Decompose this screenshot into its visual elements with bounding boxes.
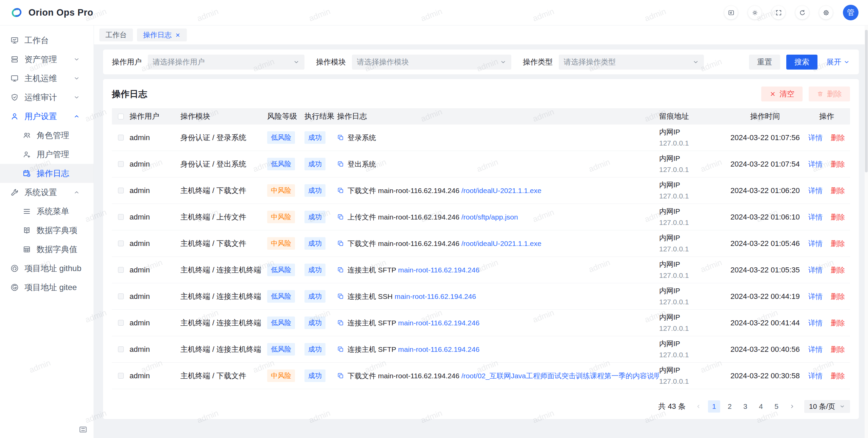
page-number-3[interactable]: 3 — [739, 400, 751, 413]
sidebar-item-assets[interactable]: 资产管理 — [0, 50, 94, 69]
copy-icon[interactable] — [337, 346, 344, 353]
page-number-4[interactable]: 4 — [755, 400, 767, 413]
row-delete-link[interactable]: 删除 — [831, 371, 845, 381]
sidebar-item-dict-keys[interactable]: 数据字典项 — [0, 221, 94, 240]
row-checkbox[interactable] — [118, 293, 124, 299]
brand[interactable]: Orion Ops Pro — [9, 5, 93, 20]
row-detail-link[interactable]: 详情 — [808, 133, 823, 142]
sidebar-item-operation-log[interactable]: 操作日志 — [0, 164, 94, 183]
copy-icon[interactable] — [337, 372, 344, 379]
prev-page-icon[interactable] — [692, 400, 705, 413]
row-delete-link[interactable]: 删除 — [831, 212, 845, 222]
sidebar-item-system-settings[interactable]: 系统设置 — [0, 183, 94, 202]
sidebar-item-github[interactable]: 项目地址 github — [0, 259, 94, 278]
page-number-5[interactable]: 5 — [770, 400, 783, 413]
cell-time: 2024-03-22 01:05:46 — [730, 239, 800, 248]
row-delete-link[interactable]: 删除 — [831, 265, 845, 275]
filter-fields: 操作用户请选择操作用户操作模块请选择操作模块操作类型请选择操作类型 — [112, 55, 704, 70]
row-delete-link[interactable]: 删除 — [831, 186, 845, 195]
addr-label: 内网IP — [659, 365, 727, 376]
page-size-select[interactable]: 10 条/页 — [804, 400, 850, 413]
row-detail-link[interactable]: 详情 — [808, 212, 823, 222]
row-checkbox[interactable] — [118, 161, 124, 167]
log-link[interactable]: main-root-116.62.194.246 — [398, 319, 479, 327]
page-number-2[interactable]: 2 — [724, 400, 736, 413]
row-checkbox[interactable] — [118, 320, 124, 326]
sidebar-item-user-settings[interactable]: 用户设置 — [0, 107, 94, 126]
expand-toggle[interactable]: 展开 — [826, 57, 850, 67]
avatar[interactable]: 管 — [843, 5, 859, 20]
sidebar-item-dict-values[interactable]: 数据字典值 — [0, 240, 94, 259]
refresh-button[interactable] — [795, 6, 809, 19]
copy-icon[interactable] — [337, 240, 344, 247]
settings-button[interactable] — [819, 6, 833, 19]
page-number-1[interactable]: 1 — [708, 400, 720, 413]
sidebar-item-user-management[interactable]: 用户管理 — [0, 145, 94, 164]
sidebar-item-role-management[interactable]: 角色管理 — [0, 126, 94, 145]
row-checkbox[interactable] — [118, 188, 124, 193]
log-link[interactable]: /root/02_互联网Java工程师面试突击训练课程第一季的内容说明.zip — [461, 372, 659, 380]
copy-icon[interactable] — [337, 213, 344, 221]
sidebar-item-system-menu[interactable]: 系统菜单 — [0, 202, 94, 221]
row-delete-link[interactable]: 删除 — [831, 159, 845, 169]
sidebar-item-host-ops[interactable]: 主机运维 — [0, 69, 94, 88]
copy-icon[interactable] — [337, 160, 344, 168]
log-text: 连接主机 SFTP main-root-116.62.194.246 — [348, 265, 479, 275]
row-detail-link[interactable]: 详情 — [808, 186, 823, 195]
code-button[interactable] — [724, 6, 738, 19]
select-placeholder: 请选择操作模块 — [357, 57, 500, 67]
log-link[interactable]: main-root-116.62.194.246 — [395, 292, 476, 300]
row-detail-link[interactable]: 详情 — [808, 159, 823, 169]
copy-icon[interactable] — [337, 266, 344, 273]
row-detail-link[interactable]: 详情 — [808, 239, 823, 248]
next-page-icon[interactable] — [786, 400, 798, 413]
clear-button[interactable]: 清空 — [761, 87, 803, 101]
delete-button[interactable]: 删除 — [809, 87, 850, 101]
risk-badge: 中风险 — [267, 369, 295, 382]
operation-type-select[interactable]: 请选择操作类型 — [559, 55, 704, 70]
collapse-sidebar-icon[interactable] — [78, 424, 88, 435]
copy-icon[interactable] — [337, 293, 344, 300]
tab-workbench[interactable]: 工作台 — [99, 28, 133, 41]
scrollbar-thumb[interactable] — [865, 30, 868, 172]
sidebar-item-gitee[interactable]: 项目地址 gitee — [0, 278, 94, 297]
operation-user-select[interactable]: 请选择操作用户 — [148, 55, 304, 70]
search-button[interactable]: 搜索 — [786, 55, 817, 70]
row-delete-link[interactable]: 删除 — [831, 292, 845, 301]
row-detail-link[interactable]: 详情 — [808, 318, 823, 328]
row-detail-link[interactable]: 详情 — [808, 345, 823, 354]
close-tab-icon[interactable] — [175, 32, 181, 38]
cell-module: 主机终端 / 连接主机终端 — [180, 318, 267, 328]
reset-button[interactable]: 重置 — [749, 55, 780, 70]
row-checkbox[interactable] — [118, 346, 124, 352]
row-detail-link[interactable]: 详情 — [808, 371, 823, 381]
row-delete-link[interactable]: 删除 — [831, 133, 845, 142]
log-link[interactable]: main-root-116.62.194.246 — [398, 266, 479, 274]
fullscreen-button[interactable] — [772, 6, 785, 19]
copy-icon[interactable] — [337, 319, 344, 326]
row-delete-link[interactable]: 删除 — [831, 318, 845, 328]
sidebar-item-workbench[interactable]: 工作台 — [0, 31, 94, 50]
tab-operation-log[interactable]: 操作日志 — [137, 28, 187, 41]
select-all-checkbox[interactable] — [118, 114, 124, 119]
row-checkbox[interactable] — [118, 214, 124, 220]
row-checkbox[interactable] — [118, 135, 124, 140]
theme-button[interactable] — [748, 6, 762, 19]
log-link[interactable]: /root/idealU-2021.1.1.exe — [461, 187, 541, 194]
row-delete-link[interactable]: 删除 — [831, 345, 845, 354]
copy-icon[interactable] — [337, 187, 344, 194]
copy-icon[interactable] — [337, 134, 344, 141]
operation-module-select[interactable]: 请选择操作模块 — [352, 55, 511, 70]
log-link[interactable]: main-root-116.62.194.246 — [398, 345, 479, 353]
log-link[interactable]: /root/sftp/app.json — [461, 213, 518, 221]
row-checkbox[interactable] — [118, 241, 124, 246]
sidebar-item-label: 角色管理 — [37, 130, 69, 141]
row-checkbox[interactable] — [118, 373, 124, 379]
row-delete-link[interactable]: 删除 — [831, 239, 845, 248]
row-detail-link[interactable]: 详情 — [808, 292, 823, 301]
log-text-part: 下载文件 main-root-116.62.194.246 — [348, 372, 461, 380]
row-detail-link[interactable]: 详情 — [808, 265, 823, 275]
log-link[interactable]: /root/idealU-2021.1.1.exe — [461, 240, 541, 247]
sidebar-item-ops-audit[interactable]: 运维审计 — [0, 88, 94, 107]
row-checkbox[interactable] — [118, 267, 124, 273]
